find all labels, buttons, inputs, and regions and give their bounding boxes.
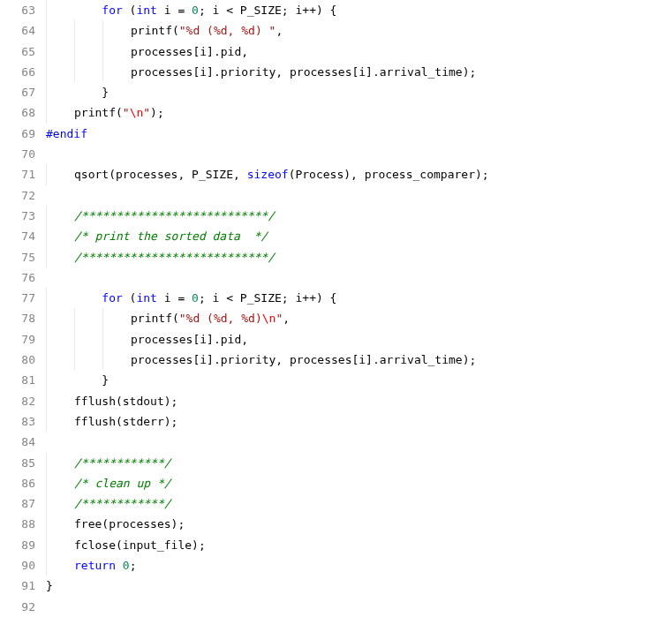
code-token: #endif [46,127,87,140]
code-token: processes[i].pid, [131,333,248,346]
code-line[interactable]: /************/ [46,453,672,473]
code-line[interactable] [46,597,672,617]
code-line[interactable]: for (int i = 0; i < P_SIZE; i++) { [46,0,672,20]
code-line[interactable] [46,432,672,452]
line-number: 72 [0,185,35,206]
code-line[interactable]: processes[i].pid, [46,329,672,350]
line-number: 90 [0,555,35,576]
code-token [116,559,123,572]
indent-guide [46,102,74,123]
line-number: 74 [0,226,35,246]
code-line[interactable]: processes[i].priority, processes[i].arri… [46,350,672,370]
line-number: 86 [0,473,35,493]
code-line[interactable]: fflush(stdout); [46,391,672,411]
indent-guide [102,62,131,82]
code-line[interactable]: /* clean up */ [46,473,672,493]
code-token: 0 [192,291,199,305]
code-token: \n [262,312,276,325]
code-line[interactable]: printf("\n"); [46,102,672,123]
line-number: 71 [0,164,35,184]
code-token: " [143,106,150,119]
code-line[interactable]: fclose(input_file); [46,535,672,555]
indent-guide [46,0,74,20]
line-number: 87 [0,493,35,514]
code-token: ( [123,291,137,305]
indent-guide [74,308,102,328]
code-area[interactable]: for (int i = 0; i < P_SIZE; i++) {printf… [46,0,672,617]
indent-guide [46,411,74,432]
code-token: 0 [123,559,130,572]
line-number: 69 [0,124,35,144]
code-line[interactable]: } [46,576,672,596]
code-line[interactable]: processes[i].priority, processes[i].arri… [46,62,672,82]
code-line[interactable]: /* print the sorted data */ [46,226,672,246]
code-line[interactable]: fflush(stderr); [46,411,672,432]
code-token: " [123,106,130,119]
line-number: 92 [0,597,35,617]
line-number: 89 [0,535,35,555]
code-token: ( [123,4,137,17]
code-line[interactable]: qsort(processes, P_SIZE, sizeof(Process)… [46,164,672,184]
indent-guide [46,226,74,246]
indent-guide [46,41,74,62]
indent-guide [46,247,74,267]
code-line[interactable]: #endif [46,124,672,144]
code-line[interactable] [46,267,672,288]
indent-guide [74,350,102,370]
line-number: 67 [0,82,35,102]
code-line[interactable]: /***************************/ [46,247,672,267]
line-number: 75 [0,247,35,267]
indent-guide [102,41,131,62]
line-number: 83 [0,411,35,432]
line-number: 82 [0,391,35,411]
code-line[interactable]: } [46,370,672,390]
code-token: "%d (%d, %d) [179,312,262,325]
code-token: processes[i].priority, processes[i].arri… [131,65,476,79]
line-number: 77 [0,288,35,308]
code-token: return [74,559,116,572]
indent-guide [46,350,74,370]
code-editor[interactable]: 6364656667686970717273747576777879808182… [0,0,672,617]
code-token: /************/ [74,456,171,470]
code-line[interactable]: free(processes); [46,514,672,534]
indent-guide [74,62,102,82]
code-token: /************/ [74,497,171,510]
indent-guide [46,62,74,82]
code-line[interactable]: } [46,82,672,102]
indent-guide [74,329,102,350]
line-number: 81 [0,370,35,390]
code-token: ; i < P_SIZE; i++) { [199,291,337,305]
code-line[interactable] [46,144,672,164]
line-number: 76 [0,267,35,288]
line-number: 70 [0,144,35,164]
code-line[interactable]: printf("%d (%d, %d) ", [46,20,672,41]
indent-guide [102,20,131,41]
code-line[interactable]: return 0; [46,555,672,576]
line-number: 84 [0,432,35,452]
indent-guide [46,535,74,555]
indent-guide [74,20,102,41]
code-line[interactable]: /************/ [46,493,672,514]
code-token: , [283,312,290,325]
line-number: 73 [0,206,35,226]
code-line[interactable]: printf("%d (%d, %d)\n", [46,308,672,328]
code-token: fflush(stdout); [74,395,177,408]
indent-guide [46,453,74,473]
code-token: qsort(processes, P_SIZE, [74,168,247,181]
line-number: 65 [0,41,35,62]
code-token: /* print the sorted data */ [74,229,268,243]
code-token: int [136,4,156,17]
code-line[interactable]: /***************************/ [46,206,672,226]
line-number: 66 [0,62,35,82]
indent-guide [46,20,74,41]
code-line[interactable]: for (int i = 0; i < P_SIZE; i++) { [46,288,672,308]
code-line[interactable] [46,185,672,206]
code-token: "%d (%d, %d) " [179,24,276,37]
code-token: (Process), process_comparer); [289,168,489,181]
code-token: , [276,24,283,37]
line-number: 63 [0,0,35,20]
code-token: ; i < P_SIZE; i++) { [199,4,337,17]
code-token: for [102,291,122,305]
indent-guide [46,308,74,328]
code-line[interactable]: processes[i].pid, [46,41,672,62]
